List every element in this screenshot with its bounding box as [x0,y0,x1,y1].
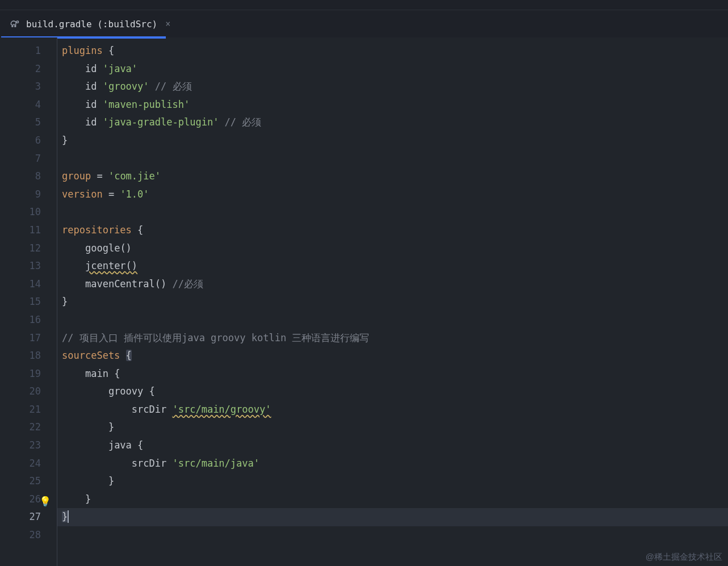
tab-bar: build.gradle (:buildSrc) × [0,10,728,37]
code-line[interactable] [57,203,728,221]
code-line[interactable]: google() [57,240,728,258]
line-number: 26 [0,490,41,509]
code-line[interactable]: java { [57,437,728,455]
code-line[interactable]: } [57,293,728,311]
code-line[interactable]: srcDir 'src/main/java' [57,455,728,473]
line-number: 20 [0,383,41,401]
line-number: 2 [0,60,41,78]
close-icon[interactable]: × [165,19,170,29]
line-number: 25 [0,472,41,490]
code-area[interactable]: plugins { id 'java' id 'groovy' // 必须 id… [57,37,728,566]
code-line[interactable]: repositories { [57,221,728,240]
code-line[interactable]: sourceSets { [57,347,728,365]
line-number: 24 [0,455,41,473]
code-line[interactable]: jcenter() [57,257,728,275]
line-number: 4 [0,96,41,114]
code-line[interactable]: id 'groovy' // 必须 [57,78,728,96]
code-line[interactable]: id 'java-gradle-plugin' // 必须 [57,114,728,132]
line-number: 19 [0,365,41,383]
code-line[interactable]: groovy { [57,383,728,401]
line-number: 6 [0,132,41,150]
code-line[interactable]: group = 'com.jie' [57,167,728,186]
line-number: 21 [0,401,41,419]
code-line[interactable]: } [57,472,728,490]
line-number: 3 [0,78,41,96]
line-number: 27 [0,508,41,526]
top-bar [0,0,728,10]
line-number: 11 [0,221,41,240]
line-number: 5 [0,114,41,132]
code-line[interactable]: plugins { [57,42,728,60]
line-number: 22 [0,418,41,437]
code-line[interactable]: id 'java' [57,60,728,78]
code-line[interactable] [57,150,728,168]
code-line[interactable]: } [57,418,728,437]
code-line[interactable]: srcDir 'src/main/groovy' [57,401,728,419]
code-line[interactable] [57,311,728,329]
line-number: 10 [0,203,41,221]
line-number: 9 [0,186,41,204]
line-number: 28 [0,526,41,544]
line-number: 1 [0,42,41,60]
line-number: 8 [0,167,41,186]
line-number: 14 [0,275,41,294]
editor: 1 2 3 4 5 6 7 8 9 10 11 12 13 14 15 16 1… [0,37,728,566]
elephant-icon [9,18,20,30]
line-number: 15 [0,293,41,311]
line-number: 23 [0,437,41,455]
tab-title: build.gradle (:buildSrc) [26,19,157,30]
code-line[interactable]: mavenCentral() //必须 [57,275,728,294]
code-line[interactable]: } [57,508,728,526]
tab-build-gradle[interactable]: build.gradle (:buildSrc) × [1,10,178,37]
line-number: 17 [0,329,41,347]
watermark: @稀土掘金技术社区 [646,552,722,563]
line-number: 7 [0,150,41,168]
text-cursor [68,510,69,523]
line-number: 18 [0,347,41,365]
code-line[interactable]: 💡 } [57,490,728,509]
code-line[interactable] [57,526,728,544]
line-number: 12 [0,240,41,258]
code-line[interactable]: version = '1.0' [57,186,728,204]
code-line[interactable]: } [57,132,728,150]
bulb-icon[interactable]: 💡 [39,493,51,511]
code-line[interactable]: main { [57,365,728,383]
gutter: 1 2 3 4 5 6 7 8 9 10 11 12 13 14 15 16 1… [0,37,57,566]
code-line[interactable]: id 'maven-publish' [57,96,728,114]
line-number: 16 [0,311,41,329]
line-number: 13 [0,257,41,275]
code-line[interactable]: // 项目入口 插件可以使用java groovy kotlin 三种语言进行编… [57,329,728,347]
